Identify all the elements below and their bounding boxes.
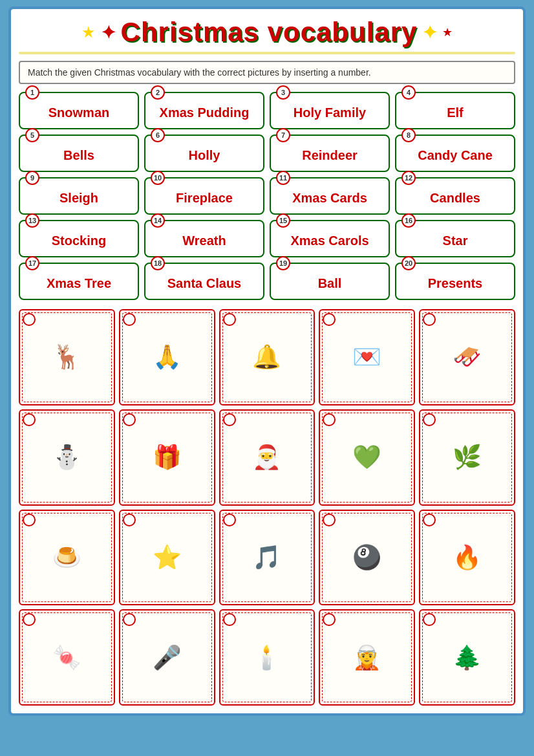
image-content-sleigh: 🛷 — [420, 310, 514, 404]
vocab-number-17: 17 — [25, 256, 39, 270]
image-content-star: ⭐ — [120, 511, 214, 605]
vocab-item-13: 13 Stocking — [19, 220, 139, 257]
answer-circle-3[interactable] — [223, 313, 236, 326]
answer-circle-13[interactable] — [223, 513, 236, 526]
answer-circle-14[interactable] — [323, 513, 336, 526]
vocab-item-2: 2 Xmas Pudding — [144, 92, 264, 129]
vocab-label-10: Fireplace — [152, 191, 257, 206]
answer-circle-11[interactable] — [23, 513, 36, 526]
answer-circle-2[interactable] — [123, 313, 136, 326]
image-emoji-santa-claus: 🎅 — [252, 446, 281, 469]
vocab-label-18: Santa Claus — [152, 276, 257, 291]
image-emoji-holy-family: 🙏 — [153, 345, 182, 369]
image-cell-fireplace: 🔥 — [419, 510, 515, 606]
image-emoji-snowman: ⛄ — [52, 446, 81, 469]
vocab-label-9: Sleigh — [27, 191, 131, 206]
image-content-ball: 🎱 — [320, 511, 414, 605]
vocab-number-9: 9 — [25, 171, 39, 185]
image-emoji-star: ⭐ — [153, 546, 182, 569]
vocab-number-2: 2 — [151, 85, 165, 100]
answer-circle-10[interactable] — [423, 413, 436, 426]
vocab-number-10: 10 — [151, 171, 165, 185]
vocab-label-12: Candles — [403, 191, 507, 206]
vocab-number-13: 13 — [25, 213, 39, 228]
vocab-label-7: Reindeer — [277, 148, 382, 163]
image-content-xmas-pudding: 🍮 — [20, 511, 114, 605]
answer-circle-1[interactable] — [23, 313, 36, 326]
image-content-xmas-cards: 💌 — [320, 310, 414, 404]
vocab-item-1: 1 Snowman — [19, 92, 139, 129]
image-cell-star: ⭐ — [119, 510, 215, 606]
image-cell-holy-family: 🙏 — [119, 309, 215, 405]
image-cell-candles: 🕯️ — [219, 609, 315, 706]
image-content-reindeer: 🦌 — [20, 310, 114, 404]
vocab-item-3: 3 Holy Family — [270, 92, 390, 129]
image-emoji-sleigh: 🛷 — [453, 345, 482, 369]
vocab-label-6: Holly — [152, 148, 257, 163]
vocab-number-11: 11 — [276, 171, 290, 185]
image-emoji-elf: 🧝 — [352, 646, 381, 669]
answer-circle-12[interactable] — [123, 513, 136, 526]
vocab-item-10: 10 Fireplace — [144, 177, 264, 215]
image-cell-ball: 🎱 — [319, 510, 415, 606]
image-content-singers: 🎤 — [120, 610, 214, 704]
image-emoji-xmas-cards: 💌 — [352, 345, 381, 369]
vocab-item-4: 4 Elf — [395, 92, 515, 129]
image-emoji-xmas-tree: 🌲 — [453, 646, 482, 669]
plus-deco-2: ✦ — [422, 22, 437, 43]
answer-circle-7[interactable] — [123, 413, 136, 426]
image-cell-elf: 🧝 — [319, 609, 415, 706]
answer-circle-15[interactable] — [423, 513, 436, 526]
image-cell-bells: 🔔 — [219, 309, 315, 405]
vocab-label-5: Bells — [27, 148, 131, 163]
image-cell-reindeer: 🦌 — [19, 309, 115, 405]
vocab-label-16: Star — [403, 233, 507, 248]
vocab-number-19: 19 — [276, 256, 290, 270]
vocab-number-8: 8 — [401, 128, 416, 142]
star-deco-2: ★ — [442, 25, 453, 39]
main-page: ★ ✦ Christmas vocabulary ✦ ★ Match the g… — [8, 6, 526, 716]
vocab-label-4: Elf — [403, 105, 507, 120]
vocab-label-20: Presents — [403, 276, 507, 291]
image-cell-wreath: 💚 — [319, 409, 415, 506]
vocab-number-3: 3 — [276, 85, 290, 100]
vocab-label-2: Xmas Pudding — [152, 105, 257, 120]
vocab-label-11: Xmas Cards — [277, 191, 382, 206]
image-cell-xmas-carols: 🎵 — [219, 510, 315, 606]
vocab-label-1: Snowman — [27, 105, 131, 120]
vocab-item-17: 17 Xmas Tree — [19, 263, 139, 300]
image-content-presents: 🎁 — [120, 411, 214, 504]
vocab-number-7: 7 — [276, 128, 290, 142]
image-cell-xmas-tree: 🌲 — [419, 609, 515, 706]
images-section: 🦌 🙏 🔔 💌 🛷 ⛄ — [19, 309, 515, 706]
vocab-number-12: 12 — [401, 171, 416, 185]
answer-circle-6[interactable] — [23, 413, 36, 426]
image-cell-sleigh: 🛷 — [419, 309, 515, 405]
answer-circle-18[interactable] — [223, 613, 236, 626]
vocab-item-16: 16 Star — [395, 220, 515, 257]
image-cell-presents: 🎁 — [119, 409, 215, 506]
star-deco-1: ★ — [81, 23, 96, 41]
vocab-label-19: Ball — [277, 276, 382, 291]
image-content-xmas-tree: 🌲 — [420, 610, 514, 704]
instructions-box: Match the given Christmas vocabulary wit… — [19, 61, 515, 84]
answer-circle-8[interactable] — [223, 413, 236, 426]
image-content-santa-claus: 🎅 — [220, 411, 314, 504]
images-grid: 🦌 🙏 🔔 💌 🛷 ⛄ — [19, 309, 515, 706]
image-cell-xmas-cards: 💌 — [319, 309, 415, 405]
image-emoji-wreath: 💚 — [352, 446, 381, 469]
image-content-fireplace: 🔥 — [420, 511, 514, 605]
plus-deco-1: ✦ — [101, 22, 116, 43]
image-emoji-reindeer: 🦌 — [52, 345, 81, 369]
vocab-label-17: Xmas Tree — [27, 276, 131, 291]
image-cell-snowman: ⛄ — [19, 409, 115, 506]
vocab-label-8: Candy Cane — [403, 148, 507, 163]
image-content-bells: 🔔 — [220, 310, 314, 404]
vocab-number-15: 15 — [276, 213, 290, 228]
vocab-item-12: 12 Candles — [395, 177, 515, 215]
image-content-candles: 🕯️ — [220, 610, 314, 704]
vocab-label-3: Holy Family — [277, 105, 382, 120]
image-cell-santa-claus: 🎅 — [219, 409, 315, 506]
image-emoji-ball: 🎱 — [352, 546, 381, 569]
vocab-number-4: 4 — [401, 85, 416, 100]
